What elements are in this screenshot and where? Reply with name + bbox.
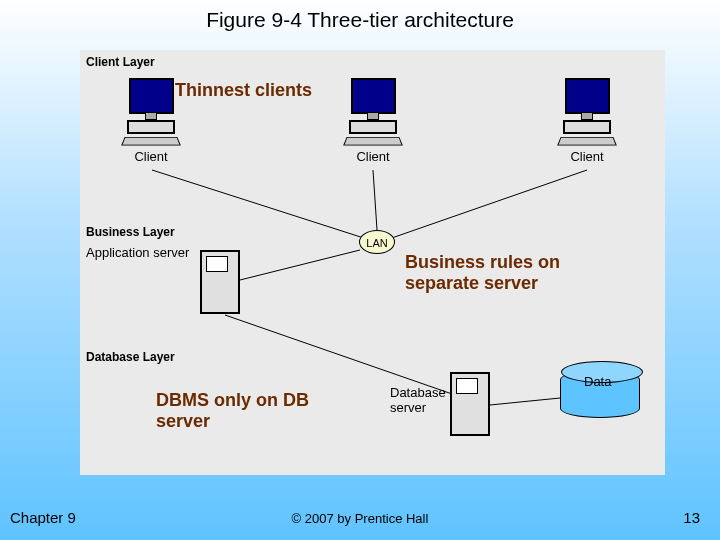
callout-business-rules: Business rules on separate server <box>405 252 605 293</box>
cpu-icon <box>563 120 611 134</box>
client-pc: Client <box>328 78 418 164</box>
data-label: Data <box>584 374 611 389</box>
business-layer-label: Business Layer <box>86 225 175 239</box>
svg-line-0 <box>152 170 370 240</box>
cpu-icon <box>349 120 397 134</box>
monitor-icon <box>129 78 174 114</box>
keyboard-icon <box>121 137 181 146</box>
monitor-icon <box>565 78 610 114</box>
callout-dbms: DBMS only on DB server <box>156 390 336 431</box>
cpu-icon <box>127 120 175 134</box>
svg-line-1 <box>373 170 377 230</box>
client-layer-label: Client Layer <box>86 55 155 69</box>
client-pc: Client <box>542 78 632 164</box>
svg-line-5 <box>490 398 560 405</box>
client-label: Client <box>328 149 418 164</box>
application-server-label: Application server <box>86 245 196 260</box>
svg-line-3 <box>240 250 360 280</box>
keyboard-icon <box>343 137 403 146</box>
server-icon <box>450 372 490 436</box>
svg-line-4 <box>225 315 455 395</box>
lan-node: LAN <box>359 230 395 254</box>
figure-title: Figure 9-4 Three-tier architecture <box>0 0 720 32</box>
client-label: Client <box>106 149 196 164</box>
database-layer-label: Database Layer <box>86 350 175 364</box>
server-icon <box>200 250 240 314</box>
svg-line-2 <box>386 170 587 240</box>
copyright: © 2007 by Prentice Hall <box>0 511 720 526</box>
client-label: Client <box>542 149 632 164</box>
callout-thin-clients: Thinnest clients <box>175 80 312 101</box>
page-number: 13 <box>683 509 700 526</box>
monitor-icon <box>351 78 396 114</box>
keyboard-icon <box>557 137 617 146</box>
